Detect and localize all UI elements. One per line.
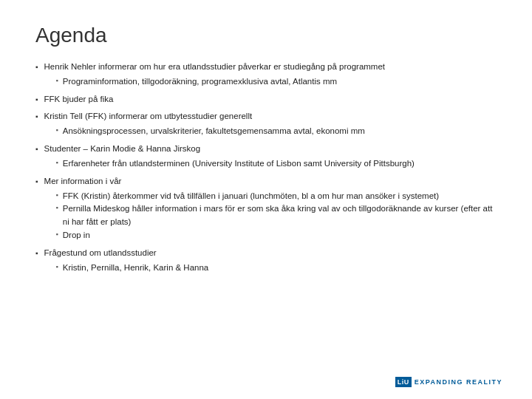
liu-square: LiU [395,377,412,387]
list-item: Frågestund om utlandsstudier Kristin, Pe… [35,247,497,275]
logo-area: LiU EXPANDING REALITY [395,377,502,387]
sub-list: Ansökningsprocessen, urvalskriterier, fa… [44,125,497,138]
list-item: FFK (Kristin) återkommer vid två tillfäl… [44,190,497,203]
list-item-text: Henrik Nehler informerar om hur era utla… [44,61,497,89]
list-item: Erfarenheter från utlandsterminen (Unive… [44,157,497,171]
list-item: Kristin Tell (FFK) informerar om utbytes… [35,110,497,138]
list-item: Pernilla Mideskog håller information i m… [44,202,497,229]
logo-tagline: EXPANDING REALITY [415,378,502,386]
sub-list: Programinformation, tillgodoräkning, pro… [44,75,497,89]
page: Agenda Henrik Nehler informerar om hur e… [0,0,532,399]
list-item: Henrik Nehler informerar om hur era utla… [35,61,497,89]
sub-list: Erfarenheter från utlandsterminen (Unive… [44,157,497,171]
list-item-text: Studenter – Karin Modie & Hanna Jirskog … [44,143,497,171]
list-item: Drop in [44,229,497,242]
list-item: Ansökningsprocessen, urvalskriterier, fa… [44,125,497,138]
sub-list: Kristin, Pernilla, Henrik, Karin & Hanna [44,262,497,275]
list-item: Mer information i vår FFK (Kristin) åter… [35,175,497,242]
list-item: Kristin, Pernilla, Henrik, Karin & Hanna [44,262,497,275]
list-item: Programinformation, tillgodoräkning, pro… [44,75,497,89]
list-item-text: Frågestund om utlandsstudier Kristin, Pe… [44,247,497,275]
list-item: FFK bjuder på fika [35,93,497,106]
liu-square-text: LiU [398,378,409,386]
list-item-text: Mer information i vår FFK (Kristin) åter… [44,175,497,242]
sub-list: FFK (Kristin) återkommer vid två tillfäl… [44,190,497,242]
list-item: Studenter – Karin Modie & Hanna Jirskog … [35,143,497,171]
main-list: Henrik Nehler informerar om hur era utla… [35,61,497,274]
logo-box: LiU EXPANDING REALITY [395,377,502,387]
list-item-text: Kristin Tell (FFK) informerar om utbytes… [44,110,497,138]
content-area: Henrik Nehler informerar om hur era utla… [35,61,497,274]
page-title: Agenda [35,24,497,47]
